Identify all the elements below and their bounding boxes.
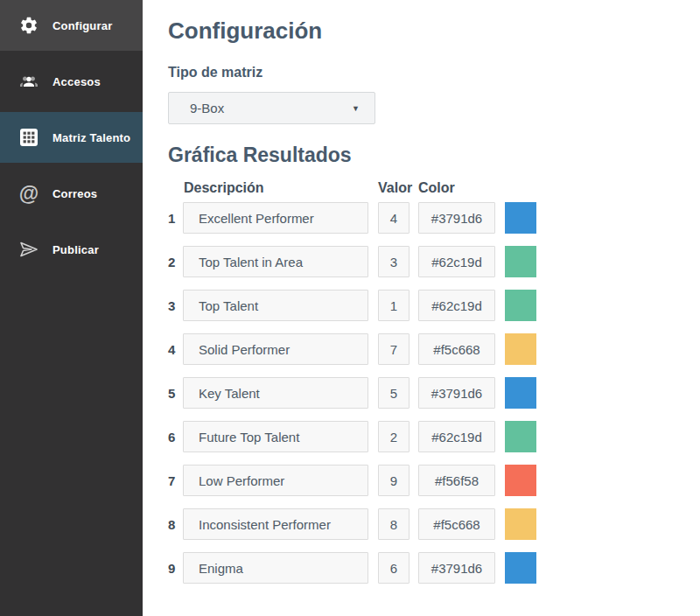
send-icon (18, 239, 39, 260)
row-index: 1 (168, 211, 183, 226)
sidebar-item-label: Publicar (52, 243, 99, 256)
sidebar-item-correos[interactable]: @ Correos (0, 168, 143, 219)
chevron-down-icon: ▼ (352, 104, 360, 113)
color-input[interactable] (418, 333, 495, 365)
color-input[interactable] (418, 202, 495, 234)
description-input[interactable] (183, 465, 368, 496)
sidebar-item-label: Matriz Talento (52, 131, 130, 144)
column-header-valor: Valor (378, 180, 410, 196)
row-index: 9 (168, 561, 183, 576)
table-row: 4 (168, 333, 700, 365)
row-index: 7 (168, 473, 183, 488)
table-row: 2 (168, 246, 700, 277)
grid-icon (18, 127, 39, 148)
sidebar-item-accesos[interactable]: Accesos (0, 56, 143, 107)
description-input[interactable] (183, 508, 368, 540)
sidebar: Configurar Accesos (0, 0, 143, 616)
table-row: 6 (168, 421, 700, 452)
row-index: 5 (168, 386, 183, 401)
description-input[interactable] (183, 552, 368, 584)
table-row: 9 (168, 552, 700, 584)
value-input[interactable] (378, 290, 410, 321)
section-title: Gráfica Resultados (168, 144, 700, 167)
matrix-type-select[interactable]: 9-Box ▼ (168, 92, 375, 124)
color-swatch (505, 333, 536, 365)
description-input[interactable] (183, 290, 368, 321)
page-title: Configuración (168, 18, 700, 45)
row-index: 3 (168, 298, 183, 313)
sidebar-item-publicar[interactable]: Publicar (0, 224, 143, 275)
color-input[interactable] (418, 421, 495, 452)
color-input[interactable] (418, 552, 495, 584)
description-input[interactable] (183, 202, 368, 234)
value-input[interactable] (378, 246, 410, 277)
color-input[interactable] (418, 465, 495, 496)
sidebar-item-label: Configurar (52, 19, 112, 32)
sidebar-item-label: Correos (52, 187, 97, 200)
value-input[interactable] (378, 552, 410, 584)
description-input[interactable] (183, 333, 368, 365)
color-input[interactable] (418, 508, 495, 540)
matrix-type-label: Tipo de matriz (168, 65, 700, 80)
color-swatch (505, 465, 536, 496)
table-row: 5 (168, 377, 700, 409)
color-swatch (505, 421, 536, 452)
value-input[interactable] (378, 508, 410, 540)
column-header-descripcion: Descripción (183, 180, 368, 196)
people-icon (18, 71, 39, 92)
value-input[interactable] (378, 421, 410, 452)
matrix-type-selected-value: 9-Box (190, 101, 224, 116)
row-index: 2 (168, 255, 183, 270)
sidebar-item-matriz-talento[interactable]: Matriz Talento (0, 112, 143, 163)
color-swatch (505, 552, 536, 584)
at-icon: @ (18, 183, 39, 204)
main-content: Configuración Tipo de matriz 9-Box ▼ Grá… (143, 0, 700, 616)
color-swatch (505, 377, 536, 409)
color-swatch (505, 508, 536, 540)
table-row: 1 (168, 202, 700, 234)
row-index: 4 (168, 342, 183, 357)
value-input[interactable] (378, 333, 410, 365)
table-rows: 1 2 (168, 202, 700, 584)
table-header-row: Descripción Valor Color (168, 180, 700, 196)
value-input[interactable] (378, 202, 410, 234)
column-header-color: Color (418, 180, 495, 196)
gear-icon (18, 15, 39, 36)
table-row: 8 (168, 508, 700, 540)
color-swatch (505, 290, 536, 321)
color-swatch (505, 202, 536, 234)
description-input[interactable] (183, 421, 368, 452)
table-row: 3 (168, 290, 700, 321)
sidebar-item-label: Accesos (52, 75, 101, 88)
description-input[interactable] (183, 377, 368, 409)
value-input[interactable] (378, 465, 410, 496)
table-row: 7 (168, 465, 700, 496)
sidebar-item-configurar[interactable]: Configurar (0, 0, 143, 51)
value-input[interactable] (378, 377, 410, 409)
row-index: 8 (168, 517, 183, 532)
color-input[interactable] (418, 246, 495, 277)
row-index: 6 (168, 430, 183, 444)
color-input[interactable] (418, 290, 495, 321)
description-input[interactable] (183, 246, 368, 277)
color-swatch (505, 246, 536, 277)
color-input[interactable] (418, 377, 495, 409)
app-window: Configurar Accesos (0, 0, 700, 616)
